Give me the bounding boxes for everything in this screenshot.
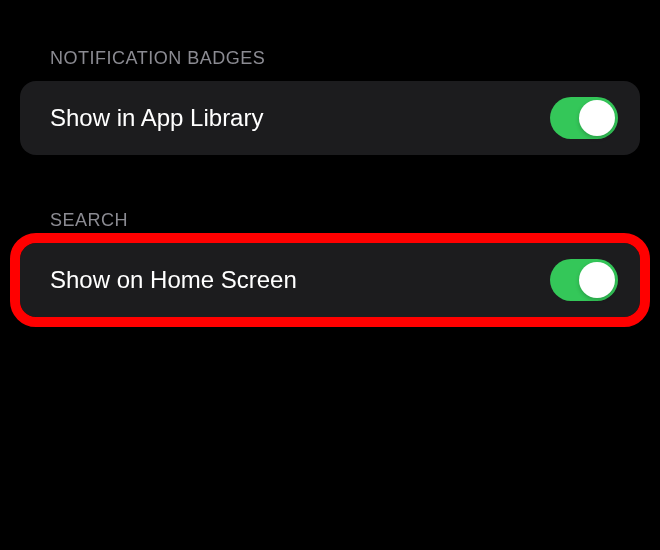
row-label: Show on Home Screen — [50, 266, 297, 294]
toggle-knob — [579, 100, 615, 136]
toggle-show-in-app-library[interactable] — [550, 97, 618, 139]
section-header-search: Search — [0, 155, 660, 243]
row-show-on-home-screen[interactable]: Show on Home Screen — [20, 243, 640, 317]
row-wrapper-highlighted: Show on Home Screen — [0, 243, 660, 317]
section-header-notification-badges: Notification Badges — [0, 0, 660, 81]
row-label: Show in App Library — [50, 104, 263, 132]
row-show-in-app-library[interactable]: Show in App Library — [20, 81, 640, 155]
row-wrapper: Show in App Library — [0, 81, 660, 155]
settings-container: Notification Badges Show in App Library … — [0, 0, 660, 317]
toggle-show-on-home-screen[interactable] — [550, 259, 618, 301]
toggle-knob — [579, 262, 615, 298]
